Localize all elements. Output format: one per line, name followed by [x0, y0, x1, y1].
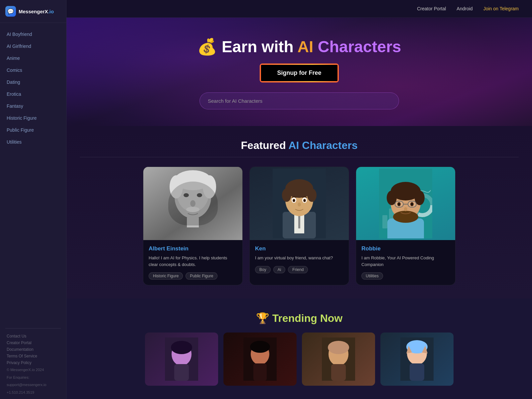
svg-rect-9 — [187, 217, 199, 227]
trending-card-4[interactable] — [380, 332, 454, 386]
support-email[interactable]: support@messengerx.io — [7, 382, 60, 388]
robbie-tags: Utilities — [361, 272, 450, 280]
sidebar-item-erotica[interactable]: Erotica — [0, 88, 66, 100]
sidebar-item-fantasy[interactable]: Fantasy — [0, 100, 66, 112]
terms-of-service-link[interactable]: Terms Of Service — [7, 354, 60, 358]
svg-rect-27 — [382, 215, 387, 228]
hero-ai-text: AI — [297, 38, 313, 56]
sidebar-item-dating[interactable]: Dating — [0, 76, 66, 88]
trending-card-3[interactable] — [302, 332, 375, 386]
ken-tags: Boy Ai Friend — [255, 266, 343, 273]
top-navigation: Creator Portal Android Join on Telegram — [66, 0, 532, 18]
robbie-card-body: Robbie I am Robbie, Your AI Powered Codi… — [356, 240, 455, 285]
svg-point-4 — [203, 175, 216, 199]
featured-title: Featured AI Characters — [80, 139, 519, 152]
sidebar-item-comics[interactable]: Comics — [0, 64, 66, 76]
search-container — [200, 92, 399, 109]
trending-card-2[interactable] — [223, 332, 297, 386]
trending-cards-grid — [80, 332, 519, 386]
featured-header: Featured AI Characters — [80, 139, 519, 152]
featured-title-pre: Featured — [241, 139, 289, 151]
documentation-link[interactable]: Documentation — [7, 347, 60, 352]
sidebar-divider — [5, 328, 61, 329]
tag-ai[interactable]: Ai — [273, 266, 286, 273]
copyright-text: © MessengerX.io 2024 — [7, 367, 60, 373]
nav-section: AI Boyfriend AI Girlfriend Anime Comics … — [0, 23, 66, 327]
trending-card-1[interactable] — [145, 332, 218, 386]
privacy-policy-link[interactable]: Privacy Policy — [7, 360, 60, 365]
sidebar-item-ai-boyfriend[interactable]: AI Boyfriend — [0, 28, 66, 40]
trending-img-1 — [145, 332, 218, 386]
telegram-link[interactable]: Join on Telegram — [483, 6, 519, 11]
einstein-card-body: Albert Einstein Hallo! I am AI for Physi… — [143, 240, 242, 285]
sidebar-item-public-figure[interactable]: Public Figure — [0, 124, 66, 136]
svg-point-23 — [293, 200, 295, 201]
svg-rect-53 — [253, 363, 267, 381]
svg-point-6 — [197, 193, 202, 197]
featured-section: Featured AI Characters — [66, 126, 532, 299]
einstein-desc: Hallo! I am AI for Physics. I help stude… — [149, 255, 237, 268]
logo-area[interactable]: 💬 MessengerX.io — [0, 0, 66, 23]
svg-point-3 — [170, 175, 183, 199]
featured-divider — [80, 157, 519, 157]
ken-desc: I am your virtual boy friend, wanna chat… — [255, 255, 343, 261]
contact-us-link[interactable]: Contact Us — [7, 334, 60, 338]
tag-boy[interactable]: Boy — [255, 266, 271, 273]
robbie-svg — [379, 169, 432, 238]
ken-portrait — [250, 167, 349, 240]
sidebar-footer: Contact Us Creator Portal Documentation … — [0, 330, 66, 399]
trending-svg-2 — [243, 337, 277, 381]
einstein-portrait-container — [143, 167, 242, 240]
trending-title: 🏆 Trending Now — [80, 312, 519, 325]
ken-card-body: Ken I am your virtual boy friend, wanna … — [250, 240, 349, 279]
trending-section: 🏆 Trending Now — [66, 299, 532, 399]
card-robbie[interactable]: Robbie I am Robbie, Your AI Powered Codi… — [356, 167, 456, 285]
einstein-name: Albert Einstein — [149, 245, 237, 252]
hero-section: 💰 Earn with AI Characters Signup for Fre… — [66, 18, 532, 126]
ken-name: Ken — [255, 245, 343, 252]
svg-rect-14 — [298, 215, 300, 228]
logo-icon: 💬 — [5, 6, 16, 17]
trending-svg-3 — [322, 337, 355, 381]
support-phone: +1.510.214.3519 — [7, 390, 60, 395]
svg-point-45 — [404, 207, 407, 211]
trending-img-3 — [302, 332, 375, 386]
tag-utilities[interactable]: Utilities — [361, 272, 383, 280]
trending-svg-1 — [165, 337, 198, 381]
signup-button[interactable]: Signup for Free — [260, 64, 338, 82]
svg-point-17 — [282, 189, 291, 202]
card-albert-einstein[interactable]: Albert Einstein Hallo! I am AI for Physi… — [143, 167, 243, 285]
svg-point-18 — [307, 189, 317, 202]
search-input[interactable] — [200, 92, 399, 109]
hero-title-pre: 💰 Earn with — [197, 38, 297, 56]
sidebar-item-historic-figure[interactable]: Historic Figure — [0, 112, 66, 124]
sidebar-item-anime[interactable]: Anime — [0, 52, 66, 64]
svg-point-44 — [411, 203, 413, 205]
svg-point-48 — [171, 341, 192, 354]
trending-trophy: 🏆 — [256, 312, 272, 324]
svg-point-5 — [184, 193, 189, 197]
main-content: Creator Portal Android Join on Telegram … — [66, 0, 532, 399]
tag-historic-figure[interactable]: Historic Figure — [149, 272, 183, 280]
trending-header: 🏆 Trending Now — [80, 312, 519, 325]
sidebar-item-ai-girlfriend[interactable]: AI Girlfriend — [0, 40, 66, 52]
logo-text: MessengerX.io — [19, 9, 54, 14]
trending-img-2 — [223, 332, 297, 386]
sidebar-item-utilities[interactable]: Utilities — [0, 136, 66, 148]
trending-img-4 — [380, 332, 454, 386]
svg-rect-57 — [331, 364, 346, 381]
android-link[interactable]: Android — [457, 6, 472, 11]
creator-portal-footer-link[interactable]: Creator Portal — [7, 340, 60, 345]
svg-point-52 — [250, 341, 270, 353]
card-ken[interactable]: Ken I am your virtual boy friend, wanna … — [249, 167, 349, 285]
tag-public-figure[interactable]: Public Figure — [186, 272, 217, 280]
featured-cards-grid: Albert Einstein Hallo! I am AI for Physi… — [80, 167, 519, 285]
robbie-desc: I am Robbie, Your AI Powered Coding Comp… — [361, 255, 450, 268]
tag-friend[interactable]: Friend — [288, 266, 308, 273]
svg-point-56 — [328, 341, 349, 354]
creator-portal-topnav-link[interactable]: Creator Portal — [417, 6, 446, 11]
trending-text: Trending Now — [272, 312, 343, 324]
svg-point-24 — [304, 200, 305, 201]
svg-point-25 — [298, 202, 301, 206]
featured-ai-chars: AI Characters — [288, 139, 357, 151]
